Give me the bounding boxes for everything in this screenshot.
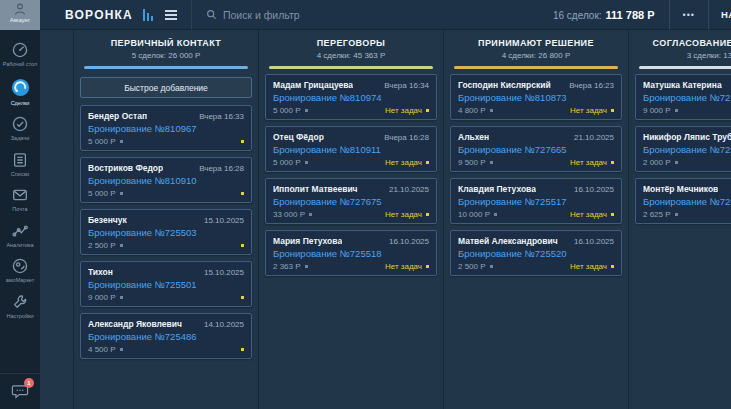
deal-card[interactable]: Александр Яковлевич 14.10.2025 Бронирова… [80,313,252,359]
account-avatar[interactable]: Аккаунт [0,0,40,30]
sidebar-item-amocrm-deals[interactable]: Сделки [0,73,40,112]
deal-card[interactable]: Тихон 15.10.2025 Бронирование №725501 9 … [80,261,252,307]
deal-task-label: Нет задач [570,210,607,219]
deal-booking-link[interactable]: Бронирование №727675 [273,196,429,207]
top-bar: Аккаунт ВОРОНКА Поиск и фильтр 16 сделок… [0,0,731,30]
column-header[interactable]: ПЕРЕГОВОРЫ 4 сделки: 45 363 Р [265,30,437,69]
deal-booking-link[interactable]: Бронирование №725517 [458,196,614,207]
sidebar-item-dashboard[interactable]: Рабочий стол [0,37,40,73]
price-dot [305,109,308,112]
column-title: ПЕРВИЧНЫЙ КОНТАКТ [80,38,252,48]
sidebar-item-label: Сделки [1,100,39,107]
deal-card[interactable]: Бендер Остап Вчера 16:33 Бронирование №8… [80,105,252,151]
amomarket-icon [11,257,29,275]
column-header[interactable]: ПЕРВИЧНЫЙ КОНТАКТ 5 сделок: 26 000 Р [80,30,252,69]
deal-date: 15.10.2025 [204,216,244,225]
price-dot [120,140,123,143]
lists-icon [11,151,29,169]
deal-card[interactable]: Матвей Александрович 16.10.2025 Брониров… [450,230,622,276]
deal-card[interactable]: Господин Кислярский Вчера 16:23 Брониров… [450,74,622,120]
setup-button[interactable]: НАСТРОИТЬ [709,9,731,20]
deal-card[interactable]: Востриков Федор Вчера 16:28 Бронирование… [80,157,252,203]
pipeline-column: ПЕРВИЧНЫЙ КОНТАКТ 5 сделок: 26 000 Р Быс… [73,30,258,409]
column-title: ПРИНИМАЮТ РЕШЕНИЕ [450,38,622,48]
deal-booking-link[interactable]: Бронирование №725519 [643,144,731,155]
price-dot [494,213,497,216]
task-status-dot [241,348,244,351]
deal-contact-name: Бендер Остап [88,111,147,121]
deal-contact-name: Александр Яковлевич [88,319,182,329]
column-subtitle: 4 сделки: 45 363 Р [265,51,437,60]
pipeline-view-icon[interactable] [143,9,153,21]
sidebar-item-label: Списки [1,171,39,178]
deal-price: 5 000 Р [88,189,116,198]
deal-card[interactable]: Отец Фёдор Вчера 16:28 Бронирование №810… [265,126,437,172]
deal-card[interactable]: Альхен 21.10.2025 Бронирование №727665 9… [450,126,622,172]
deal-task-label: Нет задач [385,210,422,219]
deal-booking-link[interactable]: Бронирование №810911 [273,144,429,155]
price-dot [120,296,123,299]
dashboard-icon [11,41,29,59]
deal-booking-link[interactable]: Бронирование №810910 [88,175,244,186]
deal-card[interactable]: Матушка Катерина Бронирование №727666 9 … [635,74,731,120]
deals-summary-value: 111 788 Р [606,9,655,21]
sidebar-item-mail[interactable]: Почта [0,182,40,218]
deal-booking-link[interactable]: Бронирование №725486 [88,331,244,342]
deal-booking-link[interactable]: Бронирование №725520 [458,248,614,259]
deal-booking-link[interactable]: Бронирование №810873 [458,92,614,103]
sidebar-nav: Рабочий стол Сделки Задачи Списки Почта … [0,30,40,409]
deal-booking-link[interactable]: Бронирование №725501 [88,279,244,290]
deal-booking-link[interactable]: Бронирование №725518 [273,248,429,259]
deal-booking-link[interactable]: Бронирование №725503 [88,227,244,238]
sidebar-item-lists[interactable]: Списки [0,147,40,183]
sidebar-items: Рабочий стол Сделки Задачи Списки Почта … [0,37,40,324]
deal-task-label: Нет задач [385,106,422,115]
deal-booking-link[interactable]: Бронирование №727666 [643,92,731,103]
deal-task-label: Нет задач [570,106,607,115]
column-header[interactable]: ПРИНИМАЮТ РЕШЕНИЕ 4 сделки: 26 800 Р [450,30,622,69]
sidebar-item-analytics[interactable]: Аналитика [0,218,40,254]
deal-card[interactable]: Ипполит Матвеевич 21.10.2025 Бронировани… [265,178,437,224]
search-input[interactable]: Поиск и фильтр [191,0,391,30]
deal-card[interactable]: Клавдия Петухова 16.10.2025 Бронирование… [450,178,622,224]
price-dot [309,213,312,216]
menu-icon[interactable] [165,10,177,20]
sidebar-item-amomarket[interactable]: амоМаркет [0,253,40,289]
deal-booking-link[interactable]: Бронирование №725500 [643,196,731,207]
support-chat-button[interactable]: 1 [0,373,40,409]
quick-add-button[interactable]: Быстрое добавление [80,77,252,98]
deal-booking-link[interactable]: Бронирование №810967 [88,123,244,134]
deal-card[interactable]: Мария Петухова 16.10.2025 Бронирование №… [265,230,437,276]
deal-booking-link[interactable]: Бронирование №810974 [273,92,429,103]
deal-price: 9 500 Р [458,158,486,167]
sidebar-item-label: Задачи [1,135,39,142]
deal-contact-name: Господин Кислярский [458,80,551,90]
sidebar-item-label: Настройки [1,313,39,320]
deal-price: 2 500 Р [88,241,116,250]
deal-card[interactable]: Безенчук 15.10.2025 Бронирование №725503… [80,209,252,255]
deal-price: 10 000 Р [458,210,490,219]
price-dot [305,265,308,268]
search-placeholder: Поиск и фильтр [223,9,300,21]
price-dot [120,348,123,351]
column-header[interactable]: СОГЛАСОВАНИЕ ДОГОВОРА 3 сделки: 13 625 Р [635,30,731,69]
amocrm-deals-icon [10,77,31,98]
column-subtitle: 3 сделки: 13 625 Р [635,51,731,60]
sidebar-item-settings[interactable]: Настройки [0,289,40,325]
pipeline-column: СОГЛАСОВАНИЕ ДОГОВОРА 3 сделки: 13 625 Р… [628,30,731,409]
deal-date: 21.10.2025 [574,133,614,142]
tasks-icon [11,115,29,133]
deal-card[interactable]: Монтёр Мечников Бронирование №725500 2 6… [635,178,731,224]
deal-task-label: Нет задач [385,158,422,167]
deal-card[interactable]: Мадам Грицацуева Вчера 16:34 Бронировани… [265,74,437,120]
task-status-dot [426,161,429,164]
deal-date: Вчера 16:28 [384,133,429,142]
deal-card[interactable]: Никифор Ляпис Трубецкой Бронирование №72… [635,126,731,172]
deal-booking-link[interactable]: Бронирование №727665 [458,144,614,155]
deal-contact-name: Ипполит Матвеевич [273,184,358,194]
deal-contact-name: Монтёр Мечников [643,184,718,194]
sidebar-item-tasks[interactable]: Задачи [0,111,40,147]
deal-task-label: Нет задач [385,262,422,271]
deal-contact-name: Отец Фёдор [273,132,324,142]
more-options-button[interactable]: ••• [670,10,708,20]
